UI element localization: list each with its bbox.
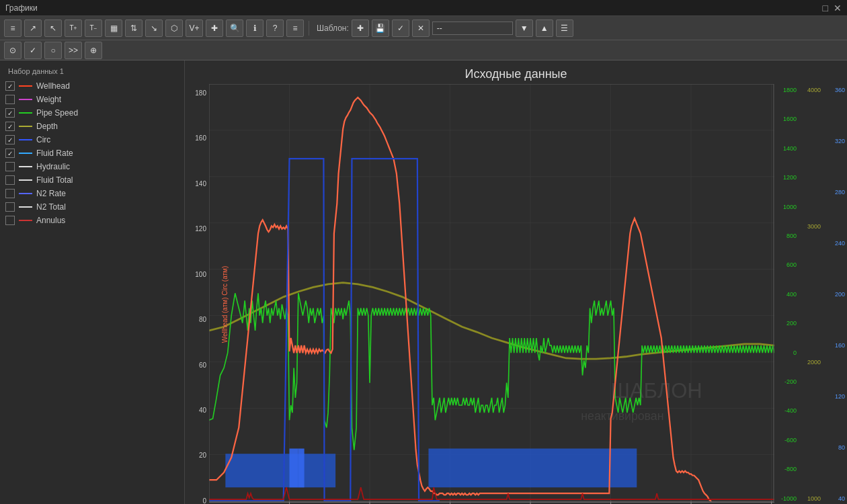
legend-checkbox-wellhead[interactable] — [5, 81, 15, 91]
tb2-btn-connection[interactable]: ⊕ — [85, 42, 102, 59]
tb-btn-template-add[interactable]: ✚ — [352, 19, 369, 37]
tb-btn-plus[interactable]: ✚ — [206, 19, 223, 37]
legend-label-annulus: Annulus — [36, 216, 65, 225]
close-button[interactable]: ✕ — [834, 3, 842, 13]
toolbar-separator-1 — [309, 21, 309, 36]
y-axis-depth: 4000 3000 2000 1000 — [799, 84, 823, 504]
legend-item-fluid-total[interactable]: Fluid Total — [0, 173, 184, 187]
legend-item-n2-rate[interactable]: N2 Rate — [0, 187, 184, 200]
legend-item-annulus[interactable]: Annulus — [0, 214, 184, 227]
legend-color-n2-total — [19, 206, 32, 208]
toolbar2: ⊙ ✓ ○ >> ⊕ — [0, 40, 847, 60]
chart-wrap: 180 160 140 120 100 80 60 40 20 0 — [185, 84, 847, 504]
tb-btn-zoom[interactable]: 🔍 — [226, 19, 243, 37]
legend-label-circ: Circ — [36, 135, 50, 144]
tb-btn-template-check[interactable]: ✓ — [392, 19, 409, 37]
tb-btn-diag[interactable]: ↘ — [145, 19, 163, 37]
tb-btn-help[interactable]: ? — [266, 19, 284, 37]
svg-rect-21 — [290, 448, 298, 487]
tb2-btn-check[interactable]: ✓ — [24, 42, 42, 59]
legend-checkbox-circ[interactable] — [5, 135, 15, 144]
app-title: Графики — [5, 3, 38, 13]
tb-btn-info[interactable]: ℹ — [246, 19, 264, 37]
svg-rect-22 — [298, 448, 305, 487]
y-axis-pipe-speed: 1800 1600 1400 1200 1000 800 600 400 200… — [774, 84, 799, 504]
tb-btn-template-save[interactable]: 💾 — [372, 19, 389, 37]
tb-btn-align[interactable]: ⇅ — [125, 19, 143, 37]
legend-color-fluid-total — [19, 179, 32, 181]
tb2-btn-circle[interactable]: ⊙ — [4, 42, 22, 59]
tb-btn-2[interactable]: ↖ — [44, 19, 62, 37]
legend-checkbox-n2-total[interactable] — [5, 202, 15, 212]
legend-checkbox-fluid-rate[interactable] — [5, 149, 15, 158]
tb-btn-template-clear[interactable]: ✕ — [412, 19, 430, 37]
tb-btn-grid[interactable]: ▦ — [105, 19, 122, 37]
title-bar: Графики □ ✕ — [0, 0, 847, 16]
sidebar: Набор данных 1 WellheadWeightPipe SpeedD… — [0, 60, 185, 504]
legend-item-wellhead[interactable]: Wellhead — [0, 79, 184, 93]
legend-color-n2-rate — [19, 193, 32, 194]
tb-btn-arrow-down[interactable]: ▼ — [516, 19, 533, 37]
dataset-header: Набор данных 1 — [0, 66, 184, 79]
toolbar: ≡ ↗ ↖ T+ T− ▦ ⇅ ↘ ⬡ V+ ✚ 🔍 ℹ ? ≡ Шаблон:… — [0, 16, 847, 40]
svg-rect-19 — [225, 454, 335, 487]
legend-item-hydraulic[interactable]: Hydraulic — [0, 160, 184, 173]
legend-color-fluid-rate — [19, 153, 32, 154]
tb-btn-t-minus[interactable]: T− — [85, 19, 102, 37]
legend-label-pipe-speed: Pipe Speed — [36, 108, 78, 118]
legend-label-weight: Weight — [36, 95, 61, 104]
legend-label-n2-rate: N2 Rate — [36, 189, 66, 198]
legend-item-depth[interactable]: Depth — [0, 120, 184, 133]
legend-item-circ[interactable]: Circ — [0, 133, 184, 146]
legend-item-fluid-rate[interactable]: Fluid Rate — [0, 146, 184, 160]
tb2-btn-forward[interactable]: >> — [65, 42, 82, 59]
legend-checkbox-weight[interactable] — [5, 95, 15, 104]
main-area: Набор данных 1 WellheadWeightPipe SpeedD… — [0, 60, 847, 504]
svg-text:ШАБЛОН: ШАБЛОН — [611, 379, 702, 403]
window-controls: □ ✕ — [823, 3, 842, 13]
maximize-button[interactable]: □ — [823, 3, 828, 13]
tb-btn-arrow-up[interactable]: ▲ — [536, 19, 553, 37]
legend-color-annulus — [19, 220, 32, 221]
chart-container: Исходные данные 180 160 140 120 100 80 6… — [185, 60, 847, 504]
svg-rect-20 — [428, 448, 637, 487]
legend-color-hydraulic — [19, 166, 32, 167]
right-axes: 1800 1600 1400 1200 1000 800 600 400 200… — [774, 84, 847, 504]
y-axis-left: 180 160 140 120 100 80 60 40 20 0 — [185, 84, 209, 504]
legend-label-n2-total: N2 Total — [36, 202, 66, 212]
legend-label-fluid-total: Fluid Total — [36, 175, 73, 185]
legend-item-weight[interactable]: Weight — [0, 93, 184, 106]
tb-btn-list[interactable]: ☰ — [556, 19, 573, 37]
chart-title: Исходные данные — [185, 60, 847, 84]
legend-label-fluid-rate: Fluid Rate — [36, 149, 73, 158]
tb-btn-0[interactable]: ≡ — [4, 19, 22, 37]
svg-text:неактивирован: неактивирован — [581, 409, 663, 423]
legend-color-circ — [19, 139, 32, 140]
tb-btn-vplus[interactable]: V+ — [186, 19, 203, 37]
legend-checkbox-n2-rate[interactable] — [5, 189, 15, 198]
tb-btn-hex[interactable]: ⬡ — [165, 19, 183, 37]
legend-label-hydraulic: Hydraulic — [36, 162, 70, 171]
tb-btn-menu[interactable]: ≡ — [286, 19, 304, 37]
legend-checkbox-pipe-speed[interactable] — [5, 108, 15, 118]
y-axis-fluid-rate: 360 320 280 240 200 160 120 80 40 — [823, 84, 847, 504]
legend-checkbox-hydraulic[interactable] — [5, 162, 15, 171]
legend-item-pipe-speed[interactable]: Pipe Speed — [0, 106, 184, 120]
legend-label-depth: Depth — [36, 122, 58, 131]
template-label: Шаблон: — [317, 24, 349, 33]
legend-color-pipe-speed — [19, 112, 32, 114]
legend-color-depth — [19, 126, 32, 127]
template-dropdown[interactable] — [432, 22, 513, 35]
tb-btn-1[interactable]: ↗ — [24, 19, 42, 37]
tb2-btn-empty-circle[interactable]: ○ — [44, 42, 62, 59]
legend-color-wellhead — [19, 85, 32, 87]
legend-checkbox-fluid-total[interactable] — [5, 175, 15, 185]
tb-btn-t-plus[interactable]: T+ — [65, 19, 82, 37]
legend-checkbox-depth[interactable] — [5, 122, 15, 131]
legend-label-wellhead: Wellhead — [36, 81, 70, 91]
chart-svg[interactable]: ШАБЛОН неактивирован 100 200 300 — [209, 84, 774, 504]
legend-color-weight — [19, 99, 32, 100]
legend-item-n2-total[interactable]: N2 Total — [0, 200, 184, 214]
legend-checkbox-annulus[interactable] — [5, 216, 15, 225]
